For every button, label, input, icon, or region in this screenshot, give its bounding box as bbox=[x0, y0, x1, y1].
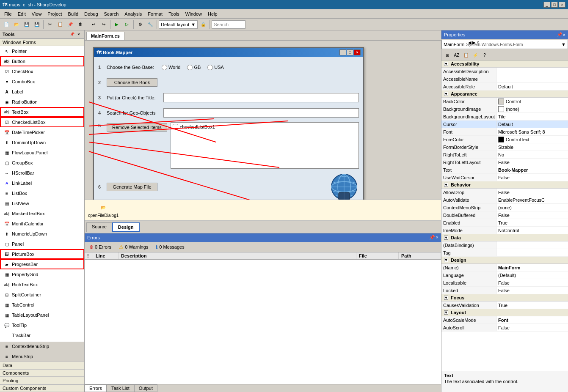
tool-propertygrid[interactable]: ▦ PropertyGrid bbox=[0, 269, 84, 280]
menu-format[interactable]: Format bbox=[145, 11, 165, 17]
menu-window[interactable]: Window bbox=[183, 11, 204, 17]
form-maximize-btn[interactable]: □ bbox=[347, 49, 353, 55]
search-toolbar-input[interactable]: Search bbox=[212, 20, 245, 29]
tool-tabcontrol[interactable]: ▦ TabControl bbox=[0, 300, 84, 310]
run-outline-btn[interactable]: ▷ bbox=[122, 20, 132, 29]
tool-flowlayoutpanel[interactable]: ▦ FlowLayoutPanel bbox=[0, 148, 84, 158]
prop-righttoleftlayout-value[interactable]: False bbox=[496, 159, 568, 166]
layout-dropdown[interactable]: Default layout ▼ bbox=[159, 20, 198, 29]
errors-pin-icon[interactable]: 📌 bbox=[429, 235, 435, 240]
props-btn-3[interactable]: 📋 bbox=[462, 51, 470, 59]
prop-forecolor-value[interactable]: ControlText bbox=[496, 136, 568, 143]
prop-backgroundimagelayout-value[interactable]: Tile bbox=[496, 113, 568, 120]
openfiledialog-component[interactable]: 📂 openFileDialog1 bbox=[88, 203, 119, 218]
tool-progressbar[interactable]: ▰ ProgressBar bbox=[0, 259, 84, 269]
menu-search[interactable]: Search bbox=[102, 11, 121, 17]
errors-tab-tasklist[interactable]: Task List bbox=[107, 384, 134, 392]
tool-radiobutton[interactable]: ◉ RadioButton bbox=[0, 97, 84, 107]
cut-btn[interactable]: ✂ bbox=[45, 20, 55, 29]
props-pin-icon[interactable]: 📌 bbox=[557, 32, 562, 37]
prop-locked-value[interactable]: False bbox=[496, 287, 568, 294]
errors-tab-output[interactable]: Output bbox=[134, 384, 157, 392]
prop-formborderstyle-value[interactable]: Sizable bbox=[496, 143, 568, 151]
tool-groupbox[interactable]: ▢ GroupBox bbox=[0, 158, 84, 168]
radio-world-input[interactable] bbox=[162, 65, 167, 70]
context-menu-strip-item[interactable]: ≡ ContextMenuStrip bbox=[0, 342, 84, 351]
props-close-icon[interactable]: × bbox=[563, 32, 565, 37]
mainform-tab[interactable]: MainForm.cs bbox=[86, 32, 124, 40]
choose-book-btn[interactable]: Choose the Book bbox=[107, 78, 157, 87]
build-btn[interactable]: ⚙ bbox=[135, 20, 145, 29]
props-help-btn[interactable]: ? bbox=[480, 51, 489, 59]
copy-btn[interactable]: 📋 bbox=[55, 20, 65, 29]
prop-accessible-role-value[interactable]: Default bbox=[496, 83, 568, 90]
tool-picturebox[interactable]: 🖼 PictureBox bbox=[0, 249, 84, 259]
tool-textbox[interactable]: ab| TextBox bbox=[0, 107, 84, 117]
tool-richtextbox[interactable]: ab| RichTextBox bbox=[0, 280, 84, 290]
tool-maskedtextbox[interactable]: ab| MaskedTextBox bbox=[0, 208, 84, 219]
remove-items-btn[interactable]: Remove Selected Items bbox=[107, 123, 167, 132]
generate-map-btn[interactable]: Generate Map File bbox=[107, 183, 157, 191]
form-close-btn[interactable]: × bbox=[354, 49, 361, 55]
radio-gb[interactable]: GB bbox=[187, 65, 201, 70]
tool-button[interactable]: ab| Button bbox=[0, 56, 84, 66]
tool-hscrollbar[interactable]: ↔ HScrollBar bbox=[0, 168, 84, 178]
section-behavior[interactable]: ▼ Behavior bbox=[441, 181, 568, 189]
prop-autoscalemode-value[interactable]: Font bbox=[496, 316, 568, 323]
errors-count-btn[interactable]: ⊗ 0 Errors bbox=[86, 243, 114, 251]
menu-help[interactable]: Help bbox=[205, 11, 220, 17]
tool-panel[interactable]: ▢ Panel bbox=[0, 239, 84, 249]
menu-view[interactable]: View bbox=[29, 11, 44, 17]
tool-datetimepicker[interactable]: 📅 DateTimePicker bbox=[0, 127, 84, 137]
prop-allowdrop-value[interactable]: False bbox=[496, 189, 568, 196]
sort-category-btn[interactable]: ⊞ bbox=[443, 51, 452, 59]
paste-btn[interactable]: 📌 bbox=[66, 20, 75, 29]
minimize-button[interactable]: _ bbox=[543, 2, 550, 8]
layout-lock-btn[interactable]: 🔒 bbox=[199, 20, 208, 29]
menu-file[interactable]: File bbox=[2, 11, 14, 17]
menu-analysis[interactable]: Analysis bbox=[122, 11, 144, 17]
prop-name-value[interactable]: MainForm bbox=[496, 264, 568, 271]
save-all-btn[interactable]: 💾 bbox=[32, 20, 41, 29]
tool-listview[interactable]: ▤ ListView bbox=[0, 198, 84, 208]
tool-listbox[interactable]: ≡ ListBox bbox=[0, 188, 84, 198]
source-tab[interactable]: Source bbox=[86, 222, 112, 232]
printing-section-header[interactable]: Printing bbox=[0, 377, 84, 384]
menu-edit[interactable]: Edit bbox=[15, 11, 28, 17]
form-minimize-btn[interactable]: _ bbox=[339, 49, 346, 55]
prop-righttoleft-value[interactable]: No bbox=[496, 151, 568, 158]
design-tab[interactable]: Design bbox=[112, 222, 140, 232]
tool-linklabel[interactable]: A LinkLabel bbox=[0, 178, 84, 188]
tool-numericupdown[interactable]: ⬆ NumericUpDown bbox=[0, 229, 84, 239]
tool-pointer[interactable]: ↖ Pointer bbox=[0, 46, 84, 56]
messages-count-btn[interactable]: ℹ 0 Messages bbox=[153, 243, 187, 251]
section-accessibility[interactable]: ▼ Accessibility bbox=[441, 60, 568, 68]
menu-project[interactable]: Project bbox=[45, 11, 64, 17]
checkedlistbox[interactable]: checkedListBox1 bbox=[171, 122, 359, 169]
prop-contextmenustrip-value[interactable]: (none) bbox=[496, 204, 568, 211]
menu-tools[interactable]: Tools bbox=[166, 11, 182, 17]
prop-autovalidate-value[interactable]: EnablePreventFocusC bbox=[496, 196, 568, 203]
section-appearance[interactable]: ▼ Appearance bbox=[441, 90, 568, 98]
custom-components-section-header[interactable]: Custom Components bbox=[0, 384, 84, 392]
form-titlebar[interactable]: 🗺 Book-Mapper _ □ × bbox=[94, 48, 363, 57]
radio-world[interactable]: World bbox=[162, 65, 181, 70]
tools-close-icon[interactable]: × bbox=[76, 31, 82, 37]
section-focus[interactable]: ▼ Focus bbox=[441, 294, 568, 302]
checkedlistbox-checkbox-1[interactable] bbox=[173, 124, 178, 129]
tool-checkedlistbox[interactable]: ☑ CheckedListBox bbox=[0, 117, 84, 127]
prop-localizable-value[interactable]: False bbox=[496, 279, 568, 286]
object-selector[interactable]: MainForm System.Windows.Forms.Form ▼ bbox=[441, 40, 568, 49]
errors-close-icon[interactable]: × bbox=[436, 235, 438, 240]
tool-trackbar[interactable]: — TrackBar bbox=[0, 330, 84, 340]
search-textbox[interactable] bbox=[163, 108, 359, 118]
title-textbox[interactable] bbox=[163, 93, 359, 102]
prop-accessible-name-value[interactable] bbox=[496, 75, 568, 82]
radio-usa-input[interactable] bbox=[207, 65, 213, 70]
menu-build[interactable]: Build bbox=[66, 11, 81, 17]
radio-usa[interactable]: USA bbox=[207, 65, 224, 70]
run-btn[interactable]: ▶ bbox=[112, 20, 121, 29]
maximize-button[interactable]: □ bbox=[551, 2, 558, 8]
prop-enabled-value[interactable]: True bbox=[496, 219, 568, 226]
prop-accessible-desc-value[interactable] bbox=[496, 68, 568, 75]
